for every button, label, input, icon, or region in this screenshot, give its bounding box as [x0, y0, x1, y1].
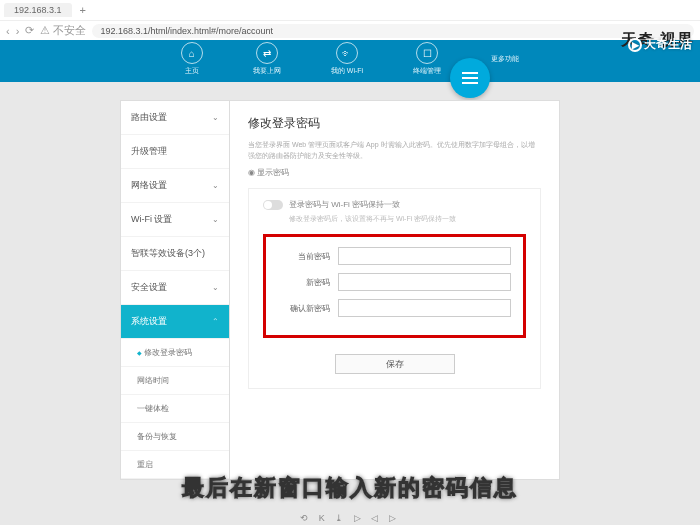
security-badge: ⚠ 不安全: [40, 23, 86, 38]
current-password-input[interactable]: [338, 247, 511, 265]
forward-button[interactable]: ›: [16, 25, 20, 37]
nav-label: 我的 Wi-Fi: [331, 66, 363, 76]
new-password-label: 新密码: [278, 277, 330, 288]
home-icon: ⌂: [181, 42, 203, 64]
device-icon: ☐: [416, 42, 438, 64]
chevron-down-icon: ⌄: [212, 113, 219, 122]
page-title: 修改登录密码: [248, 115, 541, 132]
chevron-down-icon: ⌄: [212, 283, 219, 292]
chevron-down-icon: ⌄: [212, 181, 219, 190]
toggle-sub-label: 修改登录密码后，该设置将不再与 Wi-Fi 密码保持一致: [289, 214, 526, 224]
sidebar-sub-backup[interactable]: 备份与恢复: [121, 423, 229, 451]
top-nav: ⌂主页 ⇄我要上网 ᯤ我的 Wi-Fi ☐终端管理 更多功能: [0, 40, 700, 82]
video-controls[interactable]: ⟲ K ⤓ ▷ ◁ ▷: [300, 513, 400, 523]
nav-label: 我要上网: [253, 66, 281, 76]
sidebar-item-wifi[interactable]: Wi-Fi 设置⌄: [121, 203, 229, 237]
nav-internet[interactable]: ⇄我要上网: [253, 42, 281, 76]
sidebar-item-mesh[interactable]: 智联等效设备(3个): [121, 237, 229, 271]
watermark-text: 天奇生活: [644, 36, 692, 53]
browser-tab-strip: 192.168.3.1 +: [0, 0, 700, 20]
sidebar-sub-password[interactable]: 修改登录密码: [121, 339, 229, 367]
sidebar-item-system[interactable]: 系统设置⌃: [121, 305, 229, 339]
confirm-password-input[interactable]: [338, 299, 511, 317]
sidebar-item-security[interactable]: 安全设置⌄: [121, 271, 229, 305]
same-as-wifi-toggle[interactable]: [263, 200, 283, 210]
form-container: 登录密码与 Wi-Fi 密码保持一致 修改登录密码后，该设置将不再与 Wi-Fi…: [248, 188, 541, 389]
nav-wifi[interactable]: ᯤ我的 Wi-Fi: [331, 42, 363, 76]
page-desc: 当您登录界面 Web 管理页面或客户端 App 时需输入此密码。优先使用数字加字…: [248, 140, 541, 161]
hamburger-icon: [462, 77, 478, 79]
url-input[interactable]: 192.168.3.1/html/index.html#/more/accoun…: [92, 24, 694, 38]
play-circle-icon: ▶: [628, 38, 642, 52]
confirm-password-label: 确认新密码: [278, 303, 330, 314]
chevron-down-icon: ⌄: [212, 215, 219, 224]
sidebar-sub-diagnose[interactable]: 一键体检: [121, 395, 229, 423]
show-password-radio[interactable]: 显示密码: [248, 167, 541, 178]
highlight-box: 当前密码 新密码 确认新密码: [263, 234, 526, 338]
wifi-icon: ᯤ: [336, 42, 358, 64]
video-watermark: ▶ 天奇生活: [628, 36, 692, 53]
video-subtitle: 最后在新窗口输入新的密码信息: [0, 473, 700, 503]
current-password-label: 当前密码: [278, 251, 330, 262]
sidebar-item-network[interactable]: 网络设置⌄: [121, 169, 229, 203]
back-button[interactable]: ‹: [6, 25, 10, 37]
nav-home[interactable]: ⌂主页: [181, 42, 203, 76]
nav-label: 主页: [185, 66, 199, 76]
nav-label: 更多功能: [491, 54, 519, 64]
sidebar-item-router[interactable]: 路由设置⌄: [121, 101, 229, 135]
browser-tab[interactable]: 192.168.3.1: [4, 3, 72, 17]
new-tab-button[interactable]: +: [74, 4, 92, 16]
sidebar-item-upgrade[interactable]: 升级管理: [121, 135, 229, 169]
reload-button[interactable]: ⟳: [25, 24, 34, 37]
toggle-label: 登录密码与 Wi-Fi 密码保持一致: [289, 199, 400, 210]
nav-more[interactable]: 更多功能: [491, 54, 519, 64]
link-icon: ⇄: [256, 42, 278, 64]
new-password-input[interactable]: [338, 273, 511, 291]
chevron-up-icon: ⌃: [212, 317, 219, 326]
sidebar-sub-time[interactable]: 网络时间: [121, 367, 229, 395]
address-bar: ‹ › ⟳ ⚠ 不安全 192.168.3.1/html/index.html#…: [0, 20, 700, 40]
settings-sidebar: 路由设置⌄ 升级管理 网络设置⌄ Wi-Fi 设置⌄ 智联等效设备(3个) 安全…: [120, 100, 230, 480]
more-fab-button[interactable]: [450, 58, 490, 98]
save-button[interactable]: 保存: [335, 354, 455, 374]
main-panel: 修改登录密码 当您登录界面 Web 管理页面或客户端 App 时需输入此密码。优…: [230, 100, 560, 480]
nav-label: 终端管理: [413, 66, 441, 76]
nav-devices[interactable]: ☐终端管理: [413, 42, 441, 76]
